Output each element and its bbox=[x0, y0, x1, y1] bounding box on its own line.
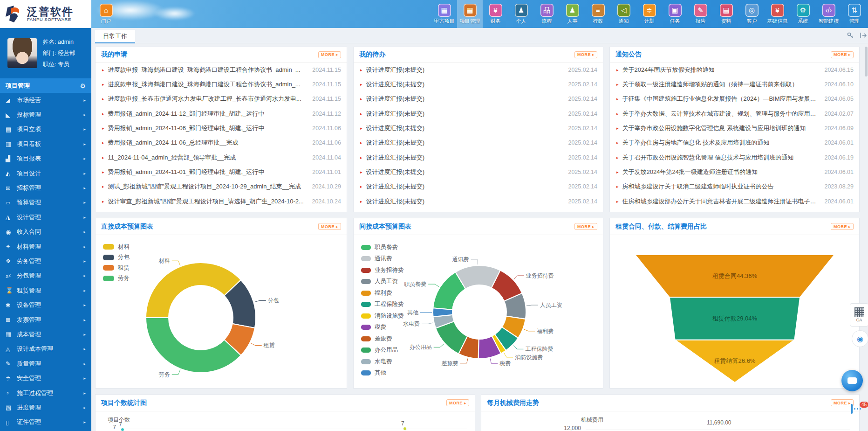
nav-item-task[interactable]: ▣任务 bbox=[662, 0, 688, 28]
list-item[interactable]: ▸设计审查_彭祖新城"四馆"景观工程设计项目_请选择_胡广生_2024-10-2… bbox=[96, 194, 347, 209]
sidebar-item-design-cost-management[interactable]: ◬设计成本管理▸ bbox=[0, 342, 91, 356]
list-item[interactable]: ▸费用报销_admin_2024-11-06_总经理审批__完成2024.11.… bbox=[96, 136, 347, 150]
more-button[interactable]: MORE ▸ bbox=[831, 51, 854, 58]
legend-item-水电费[interactable]: 水电费 bbox=[361, 356, 404, 368]
legend-item-租赁[interactable]: 租赁 bbox=[103, 263, 130, 273]
list-item[interactable]: ▸设计进度汇报(未提交)2025.02.14 bbox=[354, 106, 603, 121]
sidebar-item-subcontract-management[interactable]: x²分包管理▸ bbox=[0, 269, 91, 283]
legend-item-税费[interactable]: 税费 bbox=[361, 322, 404, 334]
list-item[interactable]: ▸测试_彭祖新城"四馆"景观工程设计项目_2024-10-29_admin_结束… bbox=[96, 180, 347, 194]
scrollbar-thumb[interactable] bbox=[865, 47, 868, 76]
list-item[interactable]: ▸设计进度汇报(未提交)2025.02.14 bbox=[354, 180, 603, 194]
list-item[interactable]: ▸于征集《中国建筑施工行业信息化发展报告（2024）—BIM应用与发展》材料..… bbox=[610, 92, 859, 106]
sidebar-item-quality-management[interactable]: ✎质量管理▸ bbox=[0, 356, 91, 371]
sidebar-item-project-design[interactable]: ◭项目设计▸ bbox=[0, 166, 91, 181]
assistant-button[interactable] bbox=[841, 370, 863, 391]
sidebar-item-invoice-management[interactable]: ≣发票管理▸ bbox=[0, 313, 91, 327]
nav-item-hr[interactable]: ♟人事 bbox=[560, 0, 585, 28]
tab-daily-work[interactable]: 日常工作 bbox=[95, 30, 135, 43]
list-item[interactable]: ▸设计进度汇报(未提交)2025.02.14 bbox=[354, 150, 603, 165]
list-item[interactable]: ▸关于召开市政公用设施智慧化管理 信息技术与应用培训班的通知2024.06.19 bbox=[610, 150, 859, 165]
nav-item-notification[interactable]: ◁通知 bbox=[611, 0, 636, 28]
nav-item-management[interactable]: ⇅管理 bbox=[841, 0, 867, 28]
nav-item-portal[interactable]: ⌂门户 bbox=[93, 0, 119, 28]
legend-item-工程保险费[interactable]: 工程保险费 bbox=[361, 299, 404, 311]
legend-item-其他[interactable]: 其他 bbox=[361, 368, 404, 379]
more-button[interactable]: MORE ▸ bbox=[318, 223, 341, 230]
sidebar-item-tender-management[interactable]: ✉招标管理▸ bbox=[0, 181, 91, 195]
nav-item-base-info[interactable]: ¥基础信息 bbox=[765, 0, 790, 28]
more-button[interactable]: MORE ▸ bbox=[446, 399, 469, 406]
sidebar-item-safety-management[interactable]: ☂安全管理▸ bbox=[0, 371, 91, 385]
qr-ca-widget[interactable]: CA bbox=[850, 303, 868, 327]
list-item[interactable]: ▸设计进度汇报(未提交)2025.02.14 bbox=[354, 63, 603, 77]
list-item[interactable]: ▸关于举办大数据、云计算技术在城市建设、规划、管理与服务中的应用培训班...20… bbox=[610, 106, 859, 121]
sidebar-item-income-contract[interactable]: ◉收入合同▸ bbox=[0, 225, 91, 239]
nav-item-personal[interactable]: ♟个人 bbox=[508, 0, 534, 28]
more-button[interactable]: MORE ▸ bbox=[574, 223, 597, 230]
legend-item-差旅费[interactable]: 差旅费 bbox=[361, 333, 404, 345]
nav-item-smart-modeling[interactable]: ‹/›智能建模 bbox=[816, 0, 841, 28]
sidebar-item-labor-management[interactable]: ❖劳务管理▸ bbox=[0, 254, 91, 268]
list-item[interactable]: ▸设计进度汇报(未提交)2025.02.14 bbox=[354, 92, 603, 106]
sidebar-item-market[interactable]: ◢市场经营▸ bbox=[0, 93, 91, 107]
list-item[interactable]: ▸费用报销_admin_2024-11-12_部门经理审批_胡建,_运行中202… bbox=[96, 106, 347, 121]
list-item[interactable]: ▸进度款申报_珠海鹤港口建设_珠海鹤港口建设工程合作协议书_admin_...2… bbox=[96, 63, 347, 77]
sidebar-item-project-reports[interactable]: ▟项目报表▸ bbox=[0, 152, 91, 166]
sidebar-item-equipment-management[interactable]: ✱设备管理▸ bbox=[0, 298, 91, 312]
legend-item-办公用品[interactable]: 办公用品 bbox=[361, 345, 404, 356]
nav-item-customer[interactable]: ◎客户 bbox=[739, 0, 765, 28]
list-item[interactable]: ▸设计进度汇报(未提交)2025.02.14 bbox=[354, 77, 603, 91]
list-item[interactable]: ▸关于发放2024年第24批一级建造师注册证书的通知2024.06.01 bbox=[610, 165, 859, 179]
sidebar-item-construction-process[interactable]: ◔施工过程管理▸ bbox=[0, 386, 91, 400]
list-item[interactable]: ▸设计进度汇报(未提交)2025.02.14 bbox=[354, 165, 603, 179]
key-icon[interactable] bbox=[847, 32, 854, 41]
sidebar-item-lease-management[interactable]: ⌛租赁管理▸ bbox=[0, 283, 91, 298]
more-button[interactable]: MORE ▸ bbox=[574, 51, 597, 58]
list-item[interactable]: ▸住房和城乡建设部办公厅关于同意吉林省开展二级建造师注册证书电子化试点...20… bbox=[610, 194, 859, 209]
legend-item-材料[interactable]: 材料 bbox=[103, 242, 130, 252]
nav-item-plan[interactable]: ≑计划 bbox=[636, 0, 662, 28]
list-item[interactable]: ▸关于2024年国庆节放假安排的通知2024.06.15 bbox=[610, 63, 859, 77]
list-item[interactable]: ▸关于领取一级注册建造师增项贴的通知（须持一建证书前来领取）2024.06.10 bbox=[610, 77, 859, 91]
sidebar-item-project-initiation[interactable]: ▤项目立项▸ bbox=[0, 122, 91, 137]
pie-slice-劳务[interactable] bbox=[146, 318, 241, 373]
more-button[interactable]: MORE ▸ bbox=[318, 51, 341, 58]
list-item[interactable]: ▸关于举办市政公用设施数字化管理信息 系统建设与应用培训班的通知2024.06.… bbox=[610, 121, 859, 135]
more-button[interactable]: MORE ▸ bbox=[831, 399, 854, 406]
list-item[interactable]: ▸关于举办住房与房地产信息化 技术及应用培训班的通知2024.06.01 bbox=[610, 136, 859, 150]
more-button[interactable]: MORE ▸ bbox=[831, 223, 854, 230]
pie-slice-其他[interactable] bbox=[433, 308, 452, 317]
data-point[interactable] bbox=[403, 427, 407, 431]
expand-icon[interactable] bbox=[860, 32, 867, 41]
legend-item-消防设施费[interactable]: 消防设施费 bbox=[361, 310, 404, 322]
nav-item-system[interactable]: ⚙系统 bbox=[790, 0, 816, 28]
nav-item-workflow[interactable]: 品流程 bbox=[534, 0, 560, 28]
legend-item-业务招待费[interactable]: 业务招待费 bbox=[361, 264, 404, 276]
contact-widget[interactable]: ◉ bbox=[852, 330, 868, 347]
data-point[interactable] bbox=[121, 428, 124, 431]
list-item[interactable]: ▸房和城乡建设厅关于取消二级建造师临时执业证书的公告2023.08.29 bbox=[610, 180, 859, 194]
legend-item-职员餐费[interactable]: 职员餐费 bbox=[361, 242, 404, 253]
legend-item-通讯费[interactable]: 通讯费 bbox=[361, 253, 404, 265]
legend-item-劳务[interactable]: 劳务 bbox=[103, 273, 130, 284]
nav-item-documents[interactable]: ▤资料 bbox=[713, 0, 739, 28]
nav-item-administration[interactable]: ≡行政 bbox=[585, 0, 611, 28]
sidebar-item-cost-management[interactable]: ▦成本管理▸ bbox=[0, 327, 91, 341]
list-item[interactable]: ▸费用报销_admin_2024-11-06_部门经理审批_胡建,_运行中202… bbox=[96, 121, 347, 135]
list-item[interactable]: ▸进度款申报_珠海鹤港口建设_珠海鹤港口建设工程合作协议书_admin_...2… bbox=[96, 77, 347, 91]
avatar[interactable] bbox=[7, 38, 37, 68]
sidebar-item-design-management[interactable]: ◮设计管理▸ bbox=[0, 210, 91, 224]
legend-item-福利费[interactable]: 福利费 bbox=[361, 287, 404, 299]
legend-item-人员工资[interactable]: 人员工资 bbox=[361, 276, 404, 288]
list-item[interactable]: ▸进度款申报_长春市伊通河水力发电厂改建工程_长春市伊通河水力发电...2024… bbox=[96, 92, 347, 106]
list-item[interactable]: ▸设计进度汇报(未提交)2025.02.14 bbox=[354, 121, 603, 135]
nav-item-report[interactable]: ✎报告 bbox=[688, 0, 713, 28]
sidebar-item-project-kanban[interactable]: ▥项目看板▸ bbox=[0, 137, 91, 151]
pie-slice-材料[interactable] bbox=[146, 263, 241, 318]
list-item[interactable]: ▸11_2024-11-04_admin_经营部_领导审批__完成2024.11… bbox=[96, 150, 347, 165]
legend-item-分包[interactable]: 分包 bbox=[103, 252, 130, 263]
messages-button[interactable]: 45 bbox=[851, 405, 868, 421]
sidebar-item-bidding[interactable]: ◣投标管理▸ bbox=[0, 107, 91, 122]
nav-item-client-projects[interactable]: ▦甲方项目 bbox=[431, 0, 457, 28]
